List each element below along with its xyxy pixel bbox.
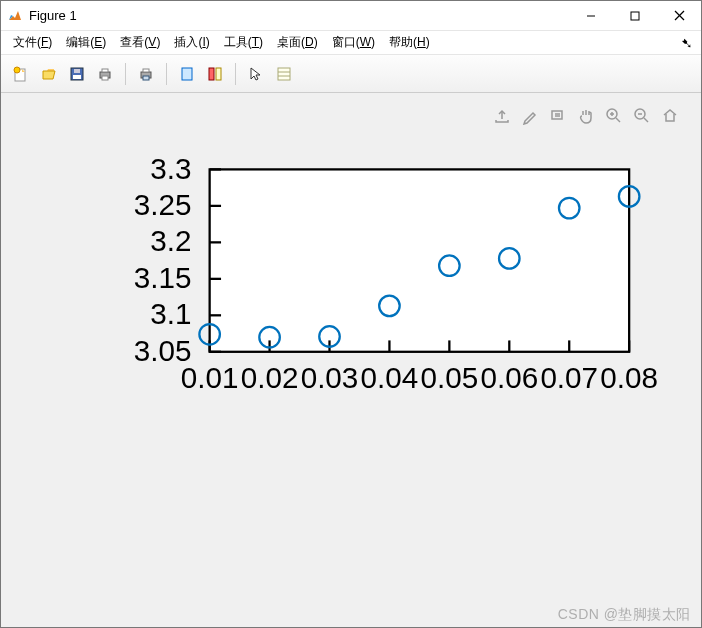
svg-rect-17 bbox=[216, 68, 221, 80]
menu-window[interactable]: 窗口(W) bbox=[332, 34, 375, 51]
svg-rect-7 bbox=[73, 75, 81, 79]
y-tick-label: 3.05 bbox=[134, 334, 192, 367]
menu-edit[interactable]: 编辑(E) bbox=[66, 34, 106, 51]
window-title: Figure 1 bbox=[29, 8, 569, 23]
x-tick-label: 0.07 bbox=[540, 361, 598, 394]
x-tick-label: 0.08 bbox=[600, 361, 658, 394]
dock-arrow-icon[interactable]: ➷ bbox=[681, 35, 699, 51]
print-preview-button[interactable] bbox=[134, 62, 158, 86]
svg-point-5 bbox=[14, 67, 20, 73]
svg-line-29 bbox=[644, 118, 648, 122]
svg-rect-11 bbox=[102, 76, 108, 80]
y-tick-label: 3.15 bbox=[134, 261, 192, 294]
menu-insert[interactable]: 插入(I) bbox=[174, 34, 209, 51]
svg-line-25 bbox=[616, 118, 620, 122]
svg-rect-14 bbox=[143, 76, 149, 80]
open-button[interactable] bbox=[37, 62, 61, 86]
x-tick-label: 0.06 bbox=[480, 361, 538, 394]
watermark: CSDN @垫脚摸太阳 bbox=[558, 606, 691, 624]
zoom-out-icon[interactable] bbox=[631, 105, 653, 127]
title-bar: Figure 1 bbox=[1, 1, 701, 31]
menu-help[interactable]: 帮助(H) bbox=[389, 34, 430, 51]
y-tick-label: 3.25 bbox=[134, 188, 192, 221]
y-tick-label: 3.1 bbox=[150, 297, 191, 330]
y-tick-label: 3.3 bbox=[150, 152, 191, 185]
zoom-in-icon[interactable] bbox=[603, 105, 625, 127]
menu-tools[interactable]: 工具(T) bbox=[224, 34, 263, 51]
svg-rect-8 bbox=[74, 69, 80, 73]
scatter-chart[interactable]: 0.010.020.030.040.050.060.070.083.053.13… bbox=[9, 101, 693, 443]
print-button[interactable] bbox=[93, 62, 117, 86]
data-cursor-button[interactable] bbox=[272, 62, 296, 86]
axes-box bbox=[210, 169, 630, 351]
matlab-icon bbox=[7, 8, 23, 24]
pointer-button[interactable] bbox=[244, 62, 268, 86]
x-tick-label: 0.04 bbox=[361, 361, 419, 394]
brush-icon[interactable] bbox=[519, 105, 541, 127]
minimize-button[interactable] bbox=[569, 1, 613, 31]
data-tips-icon[interactable] bbox=[547, 105, 569, 127]
svg-rect-21 bbox=[552, 111, 562, 119]
svg-rect-10 bbox=[102, 69, 108, 72]
figure-toolbar bbox=[1, 55, 701, 93]
svg-rect-13 bbox=[143, 69, 149, 72]
menu-view[interactable]: 查看(V) bbox=[120, 34, 160, 51]
link-button[interactable] bbox=[175, 62, 199, 86]
svg-rect-16 bbox=[209, 68, 214, 80]
menu-bar: 文件(F) 编辑(E) 查看(V) 插入(I) 工具(T) 桌面(D) 窗口(W… bbox=[1, 31, 701, 55]
svg-rect-18 bbox=[278, 68, 290, 80]
save-button[interactable] bbox=[65, 62, 89, 86]
svg-rect-15 bbox=[182, 68, 192, 80]
x-tick-label: 0.03 bbox=[301, 361, 359, 394]
svg-rect-1 bbox=[631, 12, 639, 20]
menu-desktop[interactable]: 桌面(D) bbox=[277, 34, 318, 51]
new-figure-button[interactable] bbox=[9, 62, 33, 86]
x-tick-label: 0.02 bbox=[241, 361, 299, 394]
colorbar-button[interactable] bbox=[203, 62, 227, 86]
figure-canvas: 0.010.020.030.040.050.060.070.083.053.13… bbox=[1, 93, 701, 627]
export-icon[interactable] bbox=[491, 105, 513, 127]
axes-toolbar bbox=[491, 105, 681, 127]
maximize-button[interactable] bbox=[613, 1, 657, 31]
home-icon[interactable] bbox=[659, 105, 681, 127]
menu-file[interactable]: 文件(F) bbox=[13, 34, 52, 51]
pan-icon[interactable] bbox=[575, 105, 597, 127]
close-button[interactable] bbox=[657, 1, 701, 31]
y-tick-label: 3.2 bbox=[150, 224, 191, 257]
x-tick-label: 0.05 bbox=[421, 361, 479, 394]
